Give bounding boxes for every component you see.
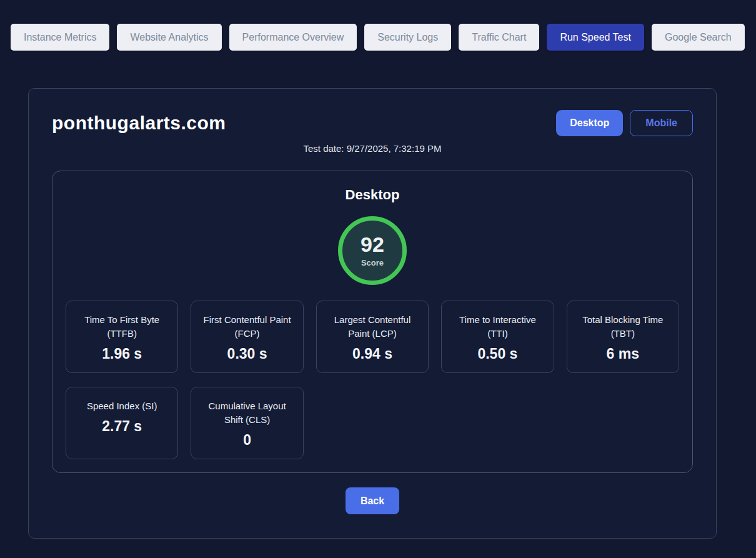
metric-label: First Contentful Paint (FCP) [199, 313, 295, 341]
metric-label: Cumulative Layout Shift (CLS) [199, 399, 295, 427]
metric-value: 0.30 s [199, 346, 295, 362]
nav-tab[interactable]: Google Search [652, 24, 745, 51]
mobile-toggle-button[interactable]: Mobile [630, 110, 693, 136]
domain-title: ponthugalarts.com [52, 112, 226, 134]
panel-title: Desktop [66, 187, 679, 203]
metric-value: 0 [199, 432, 295, 449]
back-button[interactable]: Back [346, 487, 399, 514]
results-panel: Desktop 92 Score Time To First Byte (TTF… [52, 171, 693, 473]
metric-card: Cumulative Layout Shift (CLS) 0 [191, 387, 303, 459]
top-nav: Instance MetricsWebsite AnalyticsPerform… [0, 0, 756, 51]
metric-value: 6 ms [575, 346, 671, 362]
metric-value: 2.77 s [74, 418, 170, 435]
nav-tab[interactable]: Website Analytics [117, 24, 221, 51]
speed-test-card: ponthugalarts.com Desktop Mobile Test da… [28, 88, 717, 539]
nav-tab[interactable]: Run Speed Test [547, 24, 644, 51]
metric-value: 0.94 s [324, 346, 420, 362]
metric-card: Time To First Byte (TTFB) 1.96 s [66, 301, 178, 373]
metric-label: Speed Index (SI) [74, 399, 170, 413]
score-circle: 92 Score [338, 216, 407, 285]
nav-tab[interactable]: Performance Overview [229, 24, 357, 51]
metric-card: Largest Contentful Paint (LCP) 0.94 s [316, 301, 429, 373]
metric-label: Time To First Byte (TTFB) [74, 313, 170, 341]
metric-value: 1.96 s [74, 346, 170, 362]
device-toggle: Desktop Mobile [556, 110, 693, 136]
test-date: Test date: 9/27/2025, 7:32:19 PM [52, 143, 693, 154]
nav-tab[interactable]: Traffic Chart [459, 24, 539, 51]
metric-label: Total Blocking Time (TBT) [575, 313, 671, 341]
score-value: 92 [361, 234, 384, 256]
desktop-toggle-button[interactable]: Desktop [556, 110, 623, 136]
score-label: Score [361, 258, 384, 267]
metrics-grid: Time To First Byte (TTFB) 1.96 s First C… [66, 301, 679, 459]
card-header: ponthugalarts.com Desktop Mobile [52, 110, 693, 136]
metric-card: First Contentful Paint (FCP) 0.30 s [191, 301, 303, 373]
nav-tab[interactable]: Instance Metrics [11, 24, 109, 51]
metric-card: Speed Index (SI) 2.77 s [66, 387, 178, 459]
metric-card: Time to Interactive (TTI) 0.50 s [441, 301, 554, 373]
metric-label: Largest Contentful Paint (LCP) [324, 313, 420, 341]
nav-tab[interactable]: Security Logs [364, 24, 451, 51]
metric-label: Time to Interactive (TTI) [449, 313, 545, 341]
metric-card: Total Blocking Time (TBT) 6 ms [567, 301, 679, 373]
metric-value: 0.50 s [449, 346, 545, 362]
